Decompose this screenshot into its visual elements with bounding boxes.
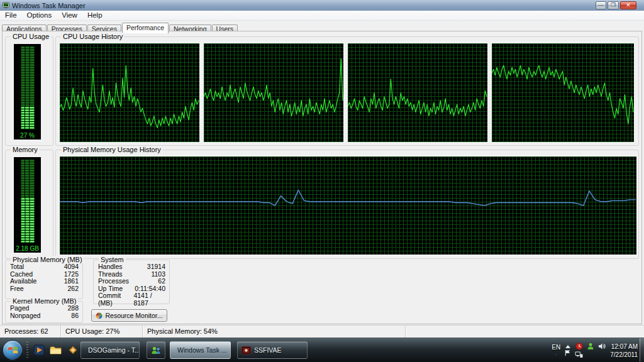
tray-extra-glyph: ·: [555, 352, 557, 358]
cpu-usage-value: 27 %: [14, 132, 41, 139]
status-processes: Processes: 62: [0, 326, 61, 337]
tray-clock[interactable]: 12:07 AM 7/22/2011: [610, 343, 638, 359]
stat-label: Available: [10, 278, 36, 285]
close-button[interactable]: ✕: [620, 1, 636, 9]
memory-value: 2.18 GB: [14, 245, 41, 252]
buddies-icon: [151, 346, 161, 355]
table-row: Commit (MB)4141 / 8187: [94, 292, 169, 307]
minimize-button[interactable]: —: [596, 1, 606, 9]
show-hidden-icons-arrow-icon[interactable]: [565, 345, 570, 348]
cpu-core1-history-graph: [58, 42, 201, 143]
table-row: Available1861: [6, 278, 82, 285]
system-title: System: [99, 256, 126, 263]
table-row: Paged288: [6, 305, 82, 312]
stat-label: Total: [10, 263, 24, 271]
cpu-usage-gauge: 27 %: [13, 43, 42, 141]
task-manager-window: Windows Task Manager — ❐ ✕ File Options …: [0, 0, 644, 337]
memory-label: Memory: [11, 146, 40, 153]
language-indicator[interactable]: EN: [552, 344, 560, 351]
explorer-folder-pinned-icon[interactable]: [49, 344, 62, 356]
status-bar: Processes: 62 CPU Usage: 27% Physical Me…: [0, 325, 644, 337]
taskbar-button-dsogaming[interactable]: DSOGaming - T...: [80, 341, 140, 359]
gem-pinned-icon[interactable]: [67, 344, 79, 356]
table-row: Handles31914: [94, 263, 169, 271]
cpu-usage-groupbox: CPU Usage 27 %: [5, 36, 53, 146]
taskbar-button-ssfivae[interactable]: SSFIVAE: [237, 341, 308, 359]
cpu-history-label: CPU Usage History: [61, 33, 125, 40]
kernel-memory-groupbox: Kernel Memory (MB) Paged288 Nonpaged86: [5, 301, 83, 323]
kernel-memory-title: Kernel Memory (MB): [11, 297, 78, 305]
stat-label: Handles: [98, 263, 123, 271]
screen: Windows Task Manager — ❐ ✕ File Options …: [0, 0, 644, 362]
taskbar-button-label: Windows Task ...: [177, 346, 227, 354]
user-status-tray-icon[interactable]: [587, 343, 594, 350]
resource-monitor-button[interactable]: Resource Monitor...: [91, 309, 167, 322]
cpu-history-groupbox: CPU Usage History: [55, 36, 639, 146]
volume-tray-icon[interactable]: [598, 343, 606, 350]
memory-groupbox: Memory 2.18 GB: [5, 150, 53, 259]
status-cpu-usage: CPU Usage: 27%: [61, 326, 143, 337]
titlebar[interactable]: Windows Task Manager — ❐ ✕: [0, 0, 644, 11]
task-manager-icon: [3, 2, 9, 9]
taskbar-drag-handle: [26, 342, 28, 359]
memory-history-groupbox: Physical Memory Usage History: [55, 150, 639, 259]
table-row: Nonpaged86: [6, 312, 82, 320]
network-tray-icon[interactable]: [575, 351, 583, 358]
menu-file[interactable]: File: [0, 11, 22, 20]
restore-button[interactable]: ❐: [608, 1, 619, 9]
table-row: Total4094: [6, 263, 82, 271]
resource-monitor-label: Resource Monitor...: [105, 312, 162, 319]
stat-value: 1861: [64, 278, 79, 285]
tab-strip: ApplicationsProcessesServicesPerformance…: [0, 21, 644, 31]
stat-label: Free: [10, 285, 24, 293]
system-groupbox: System Handles31914 Threads1103 Processe…: [93, 260, 170, 304]
stat-value: 288: [67, 305, 79, 312]
memory-gauge: 2.18 GB: [13, 156, 42, 254]
table-row: Processes62: [94, 278, 169, 285]
stat-value: 262: [67, 285, 79, 293]
action-center-flag-icon[interactable]: [564, 349, 571, 356]
stat-label: Paged: [10, 305, 29, 312]
menu-options[interactable]: Options: [22, 11, 57, 20]
stat-value: 86: [71, 312, 79, 320]
tab-performance[interactable]: Performance: [122, 23, 169, 33]
system-tray: EN ·: [552, 339, 638, 361]
resource-monitor-icon: [96, 312, 103, 319]
taskbar-button-task-manager[interactable]: Windows Task ...: [170, 341, 231, 359]
physical-memory-title: Physical Memory (MB): [11, 256, 84, 263]
stat-value: 4094: [64, 263, 79, 271]
cpu-core2-history-graph: [203, 42, 345, 143]
show-desktop-button[interactable]: [640, 338, 644, 362]
status-physical-memory: Physical Memory: 54%: [143, 326, 406, 337]
tray-time: 12:07 AM: [610, 343, 638, 351]
stat-value: 62: [158, 278, 165, 285]
table-row: Free262: [6, 285, 82, 293]
stat-value: 4141 / 8187: [133, 292, 165, 307]
windows-logo-icon: [8, 346, 18, 355]
window-title: Windows Task Manager: [12, 2, 86, 9]
clock-tray-icon[interactable]: [575, 343, 583, 350]
stat-value: 31914: [147, 263, 165, 271]
taskbar-button-messenger[interactable]: [147, 341, 165, 359]
tray-date: 7/22/2011: [610, 351, 638, 359]
menu-view[interactable]: View: [57, 11, 82, 20]
start-button[interactable]: [3, 340, 23, 360]
stat-label: Processes: [98, 278, 129, 285]
taskbar: DSOGaming - T... Windows Task ...: [0, 337, 644, 362]
menu-help[interactable]: Help: [82, 11, 108, 20]
memory-history-label: Physical Memory Usage History: [61, 146, 163, 153]
memory-history-graph: [58, 155, 638, 256]
stat-label: Nonpaged: [10, 312, 40, 320]
cpu-core3-history-graph: [347, 42, 489, 143]
physical-memory-groupbox: Physical Memory (MB) Total4094 Cached172…: [5, 260, 83, 299]
status-empty: [406, 326, 644, 337]
cpu-core4-history-graph: [491, 42, 635, 143]
taskbar-button-label: DSOGaming - T...: [88, 346, 140, 354]
menu-bar: File Options View Help: [0, 11, 644, 21]
cpu-usage-label: CPU Usage: [11, 33, 51, 40]
ssfivae-icon: [242, 346, 251, 354]
taskbar-button-label: SSFIVAE: [254, 346, 282, 354]
stat-label: Commit (MB): [98, 292, 133, 307]
media-player-pinned-icon[interactable]: [33, 344, 45, 356]
